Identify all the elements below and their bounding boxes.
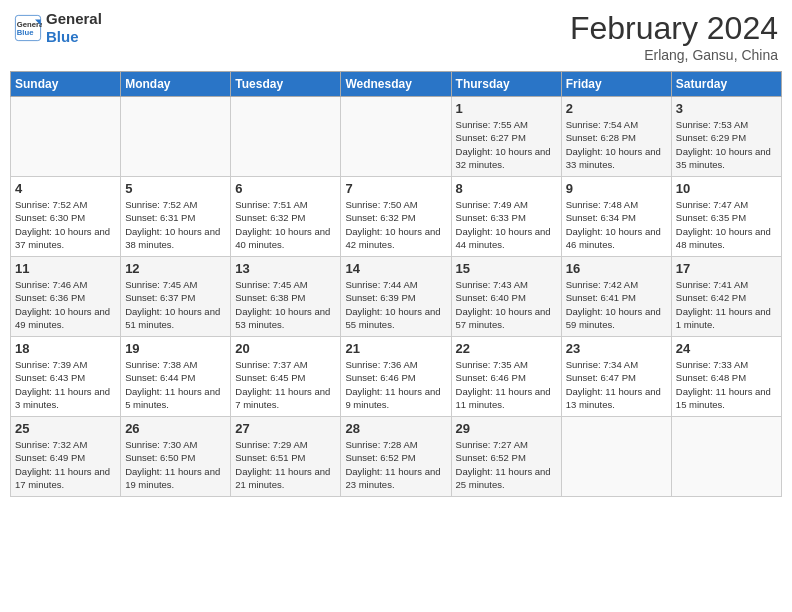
- day-number: 27: [235, 421, 336, 436]
- weekday-header: Tuesday: [231, 72, 341, 97]
- calendar-cell: 28Sunrise: 7:28 AM Sunset: 6:52 PM Dayli…: [341, 417, 451, 497]
- svg-text:Blue: Blue: [17, 28, 34, 37]
- day-info: Sunrise: 7:53 AM Sunset: 6:29 PM Dayligh…: [676, 118, 777, 171]
- calendar-cell: 20Sunrise: 7:37 AM Sunset: 6:45 PM Dayli…: [231, 337, 341, 417]
- calendar-cell: 26Sunrise: 7:30 AM Sunset: 6:50 PM Dayli…: [121, 417, 231, 497]
- day-info: Sunrise: 7:36 AM Sunset: 6:46 PM Dayligh…: [345, 358, 446, 411]
- calendar-cell: 27Sunrise: 7:29 AM Sunset: 6:51 PM Dayli…: [231, 417, 341, 497]
- day-number: 14: [345, 261, 446, 276]
- calendar-cell: 23Sunrise: 7:34 AM Sunset: 6:47 PM Dayli…: [561, 337, 671, 417]
- calendar-cell: [121, 97, 231, 177]
- day-info: Sunrise: 7:54 AM Sunset: 6:28 PM Dayligh…: [566, 118, 667, 171]
- day-number: 26: [125, 421, 226, 436]
- day-info: Sunrise: 7:33 AM Sunset: 6:48 PM Dayligh…: [676, 358, 777, 411]
- weekday-header: Monday: [121, 72, 231, 97]
- day-number: 22: [456, 341, 557, 356]
- calendar-cell: 10Sunrise: 7:47 AM Sunset: 6:35 PM Dayli…: [671, 177, 781, 257]
- day-number: 9: [566, 181, 667, 196]
- calendar-cell: [231, 97, 341, 177]
- calendar-cell: 24Sunrise: 7:33 AM Sunset: 6:48 PM Dayli…: [671, 337, 781, 417]
- day-number: 6: [235, 181, 336, 196]
- calendar-cell: [561, 417, 671, 497]
- day-info: Sunrise: 7:47 AM Sunset: 6:35 PM Dayligh…: [676, 198, 777, 251]
- day-number: 10: [676, 181, 777, 196]
- day-info: Sunrise: 7:34 AM Sunset: 6:47 PM Dayligh…: [566, 358, 667, 411]
- day-info: Sunrise: 7:52 AM Sunset: 6:30 PM Dayligh…: [15, 198, 116, 251]
- day-number: 18: [15, 341, 116, 356]
- day-info: Sunrise: 7:44 AM Sunset: 6:39 PM Dayligh…: [345, 278, 446, 331]
- calendar-cell: 1Sunrise: 7:55 AM Sunset: 6:27 PM Daylig…: [451, 97, 561, 177]
- calendar-cell: 22Sunrise: 7:35 AM Sunset: 6:46 PM Dayli…: [451, 337, 561, 417]
- day-number: 20: [235, 341, 336, 356]
- day-info: Sunrise: 7:45 AM Sunset: 6:38 PM Dayligh…: [235, 278, 336, 331]
- day-number: 29: [456, 421, 557, 436]
- day-number: 19: [125, 341, 226, 356]
- calendar-cell: 3Sunrise: 7:53 AM Sunset: 6:29 PM Daylig…: [671, 97, 781, 177]
- calendar-week-row: 4Sunrise: 7:52 AM Sunset: 6:30 PM Daylig…: [11, 177, 782, 257]
- calendar-cell: 19Sunrise: 7:38 AM Sunset: 6:44 PM Dayli…: [121, 337, 231, 417]
- calendar-cell: 21Sunrise: 7:36 AM Sunset: 6:46 PM Dayli…: [341, 337, 451, 417]
- weekday-header: Sunday: [11, 72, 121, 97]
- day-info: Sunrise: 7:48 AM Sunset: 6:34 PM Dayligh…: [566, 198, 667, 251]
- day-info: Sunrise: 7:32 AM Sunset: 6:49 PM Dayligh…: [15, 438, 116, 491]
- day-number: 17: [676, 261, 777, 276]
- calendar-cell: 8Sunrise: 7:49 AM Sunset: 6:33 PM Daylig…: [451, 177, 561, 257]
- day-info: Sunrise: 7:30 AM Sunset: 6:50 PM Dayligh…: [125, 438, 226, 491]
- weekday-header: Wednesday: [341, 72, 451, 97]
- calendar-cell: 14Sunrise: 7:44 AM Sunset: 6:39 PM Dayli…: [341, 257, 451, 337]
- calendar-cell: [341, 97, 451, 177]
- day-number: 23: [566, 341, 667, 356]
- day-info: Sunrise: 7:55 AM Sunset: 6:27 PM Dayligh…: [456, 118, 557, 171]
- day-info: Sunrise: 7:50 AM Sunset: 6:32 PM Dayligh…: [345, 198, 446, 251]
- day-info: Sunrise: 7:42 AM Sunset: 6:41 PM Dayligh…: [566, 278, 667, 331]
- day-info: Sunrise: 7:46 AM Sunset: 6:36 PM Dayligh…: [15, 278, 116, 331]
- logo-text-blue: Blue: [46, 28, 102, 46]
- calendar-cell: 11Sunrise: 7:46 AM Sunset: 6:36 PM Dayli…: [11, 257, 121, 337]
- calendar-week-row: 25Sunrise: 7:32 AM Sunset: 6:49 PM Dayli…: [11, 417, 782, 497]
- day-info: Sunrise: 7:35 AM Sunset: 6:46 PM Dayligh…: [456, 358, 557, 411]
- day-number: 15: [456, 261, 557, 276]
- calendar-cell: 16Sunrise: 7:42 AM Sunset: 6:41 PM Dayli…: [561, 257, 671, 337]
- weekday-header: Saturday: [671, 72, 781, 97]
- calendar-subtitle: Erlang, Gansu, China: [570, 47, 778, 63]
- logo: General Blue General Blue: [14, 10, 102, 46]
- calendar-cell: 13Sunrise: 7:45 AM Sunset: 6:38 PM Dayli…: [231, 257, 341, 337]
- day-number: 28: [345, 421, 446, 436]
- weekday-header: Thursday: [451, 72, 561, 97]
- day-info: Sunrise: 7:37 AM Sunset: 6:45 PM Dayligh…: [235, 358, 336, 411]
- day-number: 2: [566, 101, 667, 116]
- page-header: General Blue General Blue February 2024 …: [10, 10, 782, 63]
- calendar-week-row: 1Sunrise: 7:55 AM Sunset: 6:27 PM Daylig…: [11, 97, 782, 177]
- day-number: 5: [125, 181, 226, 196]
- logo-icon: General Blue: [14, 14, 42, 42]
- day-number: 13: [235, 261, 336, 276]
- calendar-cell: [671, 417, 781, 497]
- day-number: 8: [456, 181, 557, 196]
- calendar-header: SundayMondayTuesdayWednesdayThursdayFrid…: [11, 72, 782, 97]
- day-info: Sunrise: 7:39 AM Sunset: 6:43 PM Dayligh…: [15, 358, 116, 411]
- calendar-cell: 5Sunrise: 7:52 AM Sunset: 6:31 PM Daylig…: [121, 177, 231, 257]
- day-info: Sunrise: 7:41 AM Sunset: 6:42 PM Dayligh…: [676, 278, 777, 331]
- day-info: Sunrise: 7:27 AM Sunset: 6:52 PM Dayligh…: [456, 438, 557, 491]
- day-info: Sunrise: 7:43 AM Sunset: 6:40 PM Dayligh…: [456, 278, 557, 331]
- day-info: Sunrise: 7:49 AM Sunset: 6:33 PM Dayligh…: [456, 198, 557, 251]
- calendar-table: SundayMondayTuesdayWednesdayThursdayFrid…: [10, 71, 782, 497]
- logo-text-general: General: [46, 10, 102, 28]
- day-number: 24: [676, 341, 777, 356]
- day-number: 12: [125, 261, 226, 276]
- day-number: 1: [456, 101, 557, 116]
- day-info: Sunrise: 7:52 AM Sunset: 6:31 PM Dayligh…: [125, 198, 226, 251]
- calendar-cell: 9Sunrise: 7:48 AM Sunset: 6:34 PM Daylig…: [561, 177, 671, 257]
- day-info: Sunrise: 7:51 AM Sunset: 6:32 PM Dayligh…: [235, 198, 336, 251]
- calendar-cell: [11, 97, 121, 177]
- calendar-cell: 12Sunrise: 7:45 AM Sunset: 6:37 PM Dayli…: [121, 257, 231, 337]
- day-number: 3: [676, 101, 777, 116]
- calendar-title: February 2024: [570, 10, 778, 47]
- day-info: Sunrise: 7:29 AM Sunset: 6:51 PM Dayligh…: [235, 438, 336, 491]
- title-block: February 2024 Erlang, Gansu, China: [570, 10, 778, 63]
- calendar-cell: 15Sunrise: 7:43 AM Sunset: 6:40 PM Dayli…: [451, 257, 561, 337]
- day-number: 4: [15, 181, 116, 196]
- calendar-cell: 25Sunrise: 7:32 AM Sunset: 6:49 PM Dayli…: [11, 417, 121, 497]
- day-number: 25: [15, 421, 116, 436]
- calendar-cell: 6Sunrise: 7:51 AM Sunset: 6:32 PM Daylig…: [231, 177, 341, 257]
